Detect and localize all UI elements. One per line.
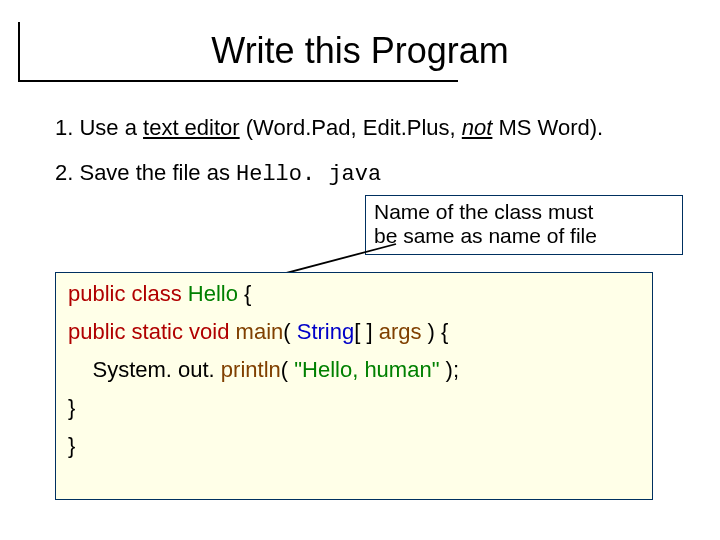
step-1: 1. Use a text editor (Word.Pad, Edit.Plu… bbox=[55, 115, 675, 141]
method-println: println bbox=[221, 357, 281, 382]
keyword-public-2: public bbox=[68, 319, 125, 344]
step-1-not: not bbox=[462, 115, 493, 140]
note-line-1: Name of the class must bbox=[374, 200, 674, 224]
indent bbox=[68, 357, 92, 382]
page-title: Write this Program bbox=[211, 30, 508, 71]
title-container: Write this Program bbox=[0, 30, 720, 72]
note-line-2: be same as name of file bbox=[374, 224, 674, 248]
code-line-4: } bbox=[68, 397, 640, 419]
array-brackets: [ ] bbox=[354, 319, 378, 344]
title-underline-rule bbox=[18, 80, 458, 82]
code-line-5: } bbox=[68, 435, 640, 457]
code-line-1: public class Hello { bbox=[68, 283, 640, 305]
step-1-suffix: MS Word). bbox=[492, 115, 603, 140]
keyword-void: void bbox=[189, 319, 229, 344]
note-box: Name of the class must be same as name o… bbox=[365, 195, 683, 255]
system-out: System. out. bbox=[92, 357, 220, 382]
step-2: 2. Save the file as Hello. java bbox=[55, 160, 675, 188]
code-line-2: public static void main( String[ ] args … bbox=[68, 321, 640, 343]
string-literal: "Hello, human" bbox=[294, 357, 439, 382]
paren-open-2: ( bbox=[281, 357, 294, 382]
paren-close: ) { bbox=[421, 319, 448, 344]
brace-open-1: { bbox=[238, 281, 251, 306]
step-1-underlined: text editor bbox=[143, 115, 240, 140]
paren-close-2: ); bbox=[439, 357, 465, 382]
step-1-prefix: 1. Use a bbox=[55, 115, 143, 140]
code-line-3: System. out. println( "Hello, human" ); bbox=[68, 359, 640, 381]
keyword-public: public bbox=[68, 281, 125, 306]
step-2-prefix: 2. Save the file as bbox=[55, 160, 236, 185]
class-name: Hello bbox=[188, 281, 238, 306]
step-1-mid: (Word.Pad, Edit.Plus, bbox=[240, 115, 462, 140]
ident-args: args bbox=[379, 319, 422, 344]
keyword-static: static bbox=[132, 319, 183, 344]
keyword-class: class bbox=[132, 281, 182, 306]
type-string: String bbox=[297, 319, 354, 344]
code-box: public class Hello { public static void … bbox=[55, 272, 653, 500]
method-main: main bbox=[236, 319, 284, 344]
paren-open: ( bbox=[283, 319, 296, 344]
step-2-filename: Hello. java bbox=[236, 162, 381, 187]
